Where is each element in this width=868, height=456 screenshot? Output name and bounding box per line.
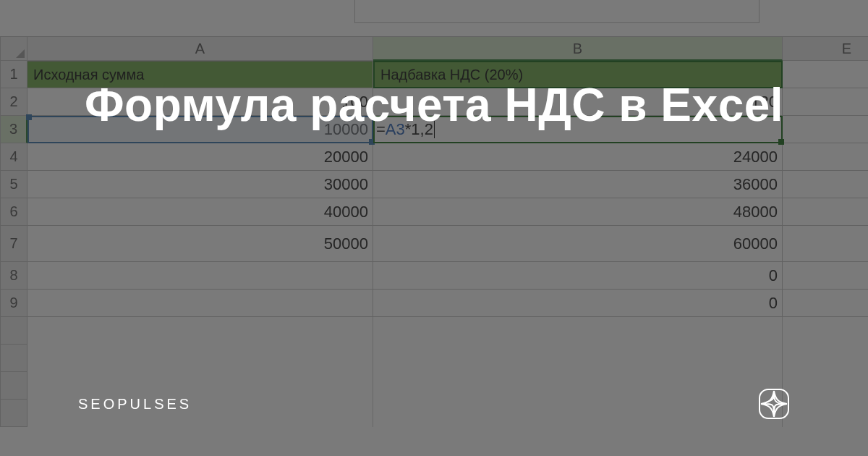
dark-overlay [0,0,868,456]
zen-badge-icon [758,388,790,420]
overlay-title: Формула расчета НДС в Excel [0,78,868,132]
stage: A B E 1 Исходная сумма Надбавка НДС (20%… [0,0,868,456]
overlay-brand: SEOPULSES [78,396,192,413]
